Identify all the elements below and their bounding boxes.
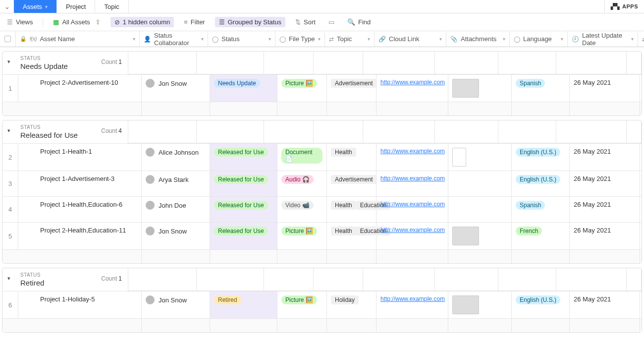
cell-cloud-link[interactable]: http://www.example.com (376, 197, 448, 222)
tab-assets[interactable]: Assets▾ (14, 0, 57, 13)
cell-asset-name[interactable]: Project 1-Health-1 (18, 144, 142, 171)
cell-collaborator[interactable]: Alice Johnson (142, 144, 210, 171)
attachment-thumbnail[interactable] (452, 79, 479, 98)
attachment-thumbnail[interactable] (452, 148, 466, 167)
cell-language[interactable]: Spanish (512, 75, 570, 102)
cell-topic[interactable]: HealthEducation (327, 197, 376, 222)
color-button[interactable]: ▭ (325, 16, 337, 28)
find-button[interactable]: 🔍Find (344, 16, 374, 28)
cell-status[interactable]: Released for Use (210, 223, 277, 249)
cell-cloud-link[interactable]: http://www.example.com (376, 75, 448, 102)
group-header[interactable]: ▾ STATUS Released for Use Count4 (2, 120, 128, 143)
tab-project[interactable]: Project (57, 0, 95, 13)
col-collaborator[interactable]: 👤Status Collaborator▾ (140, 31, 208, 47)
circle-icon: ◯ (279, 36, 286, 43)
cell-attachments[interactable] (448, 223, 512, 249)
view-all-assets[interactable]: ▦All Assets⇪ (50, 16, 103, 28)
cell-filetype[interactable]: Picture 🖼️ (277, 291, 327, 318)
collapse-icon[interactable]: ▾ (7, 58, 10, 65)
sort-button[interactable]: ⇅Sort (292, 16, 319, 28)
cell-date[interactable]: 26 May 2021 (570, 197, 640, 222)
table-row[interactable]: 2 Project 1-Health-1 Alice Johnson Relea… (2, 143, 642, 171)
cell-topic[interactable]: Health (327, 144, 376, 171)
views-menu[interactable]: ☰Views (4, 16, 36, 28)
col-cloud-link[interactable]: 🔗Cloud Link▾ (375, 31, 446, 47)
cell-asset-name[interactable]: Project 1-Health,Education-6 (18, 197, 142, 222)
cell-cloud-link[interactable]: http://www.example.com (376, 291, 448, 318)
col-topic[interactable]: ⇄Topic▾ (325, 31, 375, 47)
cell-date[interactable]: 26 May 2021 (570, 144, 640, 171)
collapse-icon[interactable]: ▾ (7, 127, 10, 134)
row-number: 2 (2, 144, 18, 171)
cell-date[interactable]: 26 May 2021 (570, 171, 640, 196)
cell-collaborator[interactable]: John Doe (142, 197, 210, 222)
table-row[interactable]: 6 Project 1-Holiday-5 Jon Snow Retired P… (2, 291, 642, 318)
cell-date[interactable]: 26 May 2021 (570, 75, 640, 102)
cell-collaborator[interactable]: Jon Snow (142, 291, 210, 318)
cell-attachments[interactable] (448, 171, 512, 196)
col-language[interactable]: ◯Language▾ (510, 31, 568, 47)
cell-collaborator[interactable]: Jon Snow (142, 75, 210, 102)
table-row[interactable]: 5 Project 2-Health,Education-11 Jon Snow… (2, 222, 642, 249)
filter-button[interactable]: ≡Filter (181, 16, 208, 28)
col-status[interactable]: ◯Status▾ (208, 31, 275, 47)
hidden-columns-pill[interactable]: ⊘1 hidden column (110, 17, 174, 27)
grid-icon: ▦ (53, 18, 59, 26)
cell-collaborator[interactable]: Arya Stark (142, 171, 210, 196)
col-attachments[interactable]: 📎Attachments▾ (446, 31, 510, 47)
cell-cloud-link[interactable]: http://www.example.com (376, 223, 448, 249)
col-overflow[interactable]: ⇄ (638, 31, 644, 47)
cell-language[interactable]: English (U.S.) (512, 291, 570, 318)
cell-filetype[interactable]: Document 📄 (277, 144, 327, 171)
cell-language[interactable]: English (U.S.) (512, 144, 570, 171)
cell-overflow (640, 144, 642, 171)
cell-attachments[interactable] (448, 291, 512, 318)
collapse-icon[interactable]: ▾ (7, 275, 10, 282)
tabs-chevron-down-icon[interactable]: ⌄ (0, 3, 14, 10)
cell-attachments[interactable] (448, 75, 512, 102)
cell-cloud-link[interactable]: http://www.example.com (376, 171, 448, 196)
cell-status[interactable]: Retired (210, 291, 277, 318)
col-filetype[interactable]: ◯File Type▾ (275, 31, 325, 47)
cell-status[interactable]: Needs Update (210, 75, 277, 102)
grouped-by-pill[interactable]: ☰Grouped by Status (215, 17, 285, 27)
cell-filetype[interactable]: Audio 🎧 (277, 171, 327, 196)
arrow-icon: ⇄ (642, 36, 644, 43)
table-row[interactable]: 1 Project 2-Advertisement-10 Jon Snow Ne… (2, 74, 642, 102)
cell-date[interactable]: 26 May 2021 (570, 291, 640, 318)
cell-status[interactable]: Released for Use (210, 171, 277, 196)
cell-filetype[interactable]: Picture 🖼️ (277, 223, 327, 249)
cell-filetype[interactable]: Picture 🖼️ (277, 75, 327, 102)
cell-status[interactable]: Released for Use (210, 144, 277, 171)
cell-asset-name[interactable]: Project 1-Advertisement-3 (18, 171, 142, 196)
group-header[interactable]: ▾ STATUS Needs Update Count1 (2, 52, 128, 74)
cell-attachments[interactable] (448, 144, 512, 171)
cell-status[interactable]: Released for Use (210, 197, 277, 222)
cell-collaborator[interactable]: Jon Snow (142, 223, 210, 249)
attachment-thumbnail[interactable] (452, 295, 479, 314)
cell-filetype[interactable]: Video 📹 (277, 197, 327, 222)
tab-topic[interactable]: Topic (95, 0, 128, 13)
apps-button[interactable]: ▞▚APPS (604, 0, 644, 13)
cell-asset-name[interactable]: Project 2-Health,Education-11 (18, 223, 142, 249)
cell-asset-name[interactable]: Project 2-Advertisement-10 (18, 75, 142, 102)
lock-icon: 🔒 (20, 36, 27, 42)
table-row[interactable]: 4 Project 1-Health,Education-6 John Doe … (2, 196, 642, 222)
cell-topic[interactable]: Holiday (327, 291, 376, 318)
cell-language[interactable]: English (U.S.) (512, 171, 570, 196)
col-asset-name[interactable]: 🔒f(x)Asset Name▾ (16, 31, 140, 47)
table-row[interactable]: 3 Project 1-Advertisement-3 Arya Stark R… (2, 171, 642, 196)
cell-date[interactable]: 26 May 2021 (570, 223, 640, 249)
cell-topic[interactable]: Advertisement (327, 171, 376, 196)
cell-topic[interactable]: Advertisement (327, 75, 376, 102)
attachment-thumbnail[interactable] (452, 227, 479, 245)
col-latest-update[interactable]: 🕘Latest Update Date▾ (568, 31, 638, 47)
cell-cloud-link[interactable]: http://www.example.com (376, 144, 448, 171)
cell-topic[interactable]: HealthEducation (327, 223, 376, 249)
select-all-checkbox[interactable] (0, 31, 16, 47)
cell-language[interactable]: French (512, 223, 570, 249)
cell-attachments[interactable] (448, 197, 512, 222)
cell-language[interactable]: Spanish (512, 197, 570, 222)
cell-asset-name[interactable]: Project 1-Holiday-5 (18, 291, 142, 318)
group-header[interactable]: ▾ STATUS Retired Count1 (2, 268, 128, 291)
